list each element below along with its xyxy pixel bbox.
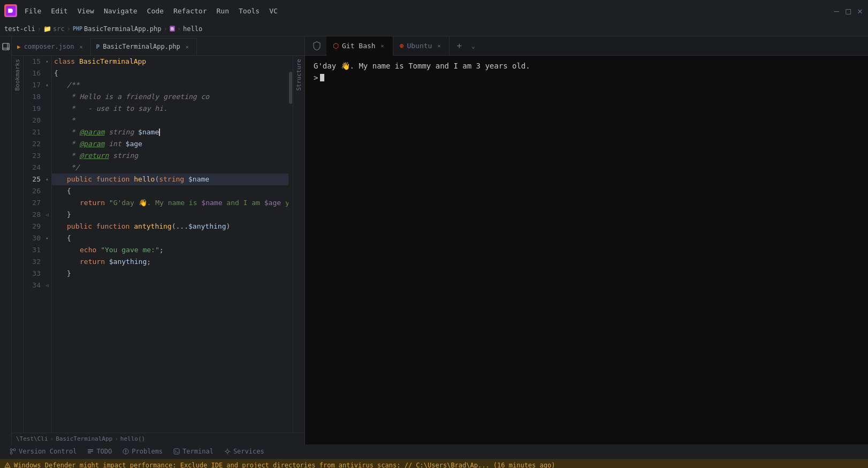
- code-line-24: */: [52, 162, 288, 173]
- code-line-26: {: [52, 185, 288, 197]
- terminal-output: G'day 👋. My name is Tommy and I am 3 yea…: [314, 60, 859, 72]
- gutter-19: 19: [24, 103, 51, 115]
- warning-message: Windows Defender might impact performanc…: [14, 462, 555, 468]
- breadcrumb-hello-label: hello: [183, 25, 202, 33]
- menu-vc[interactable]: VC: [265, 5, 282, 17]
- breadcrumb-sep1: ›: [37, 25, 41, 33]
- menu-code[interactable]: Code: [143, 5, 168, 17]
- terminal-panel: ⬡ Git Bash ✕ ⊛ Ubuntu ✕ + ⌄ G'day 👋. My …: [305, 36, 868, 444]
- menu-file[interactable]: File: [20, 5, 45, 17]
- menu-view[interactable]: View: [73, 5, 98, 17]
- svg-point-6: [13, 449, 16, 451]
- menu-navigate[interactable]: Navigate: [100, 5, 142, 17]
- breadcrumb-sep4: ›: [177, 25, 181, 33]
- list-icon: [87, 448, 94, 455]
- terminal-tab-git-bash[interactable]: ⬡ Git Bash ✕: [326, 36, 393, 56]
- tab-composer-json[interactable]: ▶ composer.json ✕: [12, 38, 91, 55]
- tab-terminal[interactable]: Terminal: [168, 445, 219, 459]
- code-line-30: public function antything(...$anything): [52, 221, 288, 232]
- breadcrumb-hello[interactable]: hello: [183, 25, 202, 33]
- code-content[interactable]: class BasicTerminalApp { /** * Hello is …: [52, 56, 288, 433]
- fold-17[interactable]: ▾: [43, 81, 51, 89]
- svg-rect-8: [88, 451, 93, 452]
- breadcrumb-m[interactable]: m: [170, 26, 175, 32]
- minimize-button[interactable]: —: [833, 7, 840, 14]
- terminal-body[interactable]: G'day 👋. My name is Tommy and I am 3 yea…: [305, 56, 868, 444]
- svg-point-12: [126, 452, 126, 453]
- breadcrumb-src[interactable]: 📁 src: [43, 25, 65, 33]
- terminal-more-button[interactable]: ⌄: [467, 40, 479, 52]
- bottom-breadcrumb-method[interactable]: hello(): [120, 435, 145, 442]
- terminal-tab-ubuntu[interactable]: ⊛ Ubuntu ✕: [393, 36, 450, 56]
- sidebar-item-bookmarks[interactable]: Bookmarks: [12, 56, 23, 94]
- tab-todo[interactable]: TODO: [82, 445, 117, 459]
- code-line-34: }: [52, 268, 288, 280]
- breadcrumb-sep3: ›: [164, 25, 167, 33]
- editor-bottom-bar: \Test\Cli › BasicTerminalApp › hello(): [12, 433, 304, 444]
- breadcrumb-file[interactable]: PHP BasicTerminalApp.php: [73, 25, 162, 33]
- tab-php-close[interactable]: ✕: [184, 43, 191, 50]
- bottom-breadcrumb-class[interactable]: BasicTerminalApp: [56, 435, 112, 442]
- menu-tools[interactable]: Tools: [234, 5, 264, 17]
- terminal-cursor: [320, 74, 324, 81]
- gutter-27: 27: [24, 197, 51, 209]
- menu-refactor[interactable]: Refactor: [169, 5, 211, 17]
- bookmarks-panel: Bookmarks: [12, 56, 24, 433]
- svg-point-5: [10, 452, 12, 454]
- tab-services[interactable]: Services: [219, 445, 270, 459]
- code-line-19: * - use it to say hi.: [52, 103, 288, 115]
- scrollbar[interactable]: [288, 56, 293, 433]
- fold-30[interactable]: ▾: [43, 234, 51, 243]
- gutter-31: 31: [24, 244, 51, 256]
- terminal-tab-git-bash-close[interactable]: ✕: [379, 42, 386, 50]
- gutter-29: 29: [24, 221, 51, 232]
- scrollbar-thumb[interactable]: [289, 72, 292, 104]
- code-line-31: {: [52, 232, 288, 244]
- gutter-28: 28 ◁: [24, 209, 51, 221]
- tab-problems[interactable]: Problems: [117, 445, 168, 459]
- maximize-button[interactable]: □: [844, 7, 852, 14]
- terminal-icon: [173, 448, 180, 455]
- terminal-tab-ubuntu-close[interactable]: ✕: [435, 42, 443, 50]
- structure-panel: Structure: [293, 56, 304, 433]
- svg-rect-9: [88, 452, 91, 454]
- git-icon: [10, 448, 16, 455]
- terminal-shield-icon: [309, 36, 324, 56]
- menu-run[interactable]: Run: [212, 5, 233, 17]
- svg-point-17: [7, 466, 7, 467]
- gutter-22: 22: [24, 138, 51, 150]
- bottom-breadcrumb-test-cli[interactable]: \Test\Cli: [16, 435, 48, 442]
- warning-bar: Windows Defender might impact performanc…: [0, 459, 868, 468]
- tab-version-control[interactable]: Version Control: [4, 445, 82, 459]
- gutter-23: 23: [24, 150, 51, 162]
- sidebar-item-structure[interactable]: Structure: [293, 56, 304, 94]
- terminal-tab-ubuntu-label: Ubuntu: [407, 42, 432, 50]
- code-line-27: return "G'day 👋. My name is $name and I …: [52, 197, 288, 209]
- gutter-33: 33: [24, 268, 51, 280]
- fold-25[interactable]: ▾: [43, 175, 51, 184]
- menu-edit[interactable]: Edit: [47, 5, 72, 17]
- terminal-add-button[interactable]: +: [452, 39, 467, 54]
- breadcrumb-testcli[interactable]: test-cli: [4, 25, 35, 33]
- fold-15[interactable]: ▾: [43, 57, 51, 66]
- terminal-prompt-symbol: >: [314, 72, 318, 84]
- main-layout: ▶ composer.json ✕ P BasicTerminalApp.php…: [0, 36, 868, 444]
- code-editor[interactable]: 15 ▾ 16 17 ▾ 18: [24, 56, 293, 433]
- code-line-22: * @param int $age: [52, 138, 288, 150]
- tab-version-control-label: Version Control: [19, 448, 77, 455]
- line-numbers-gutter: 15 ▾ 16 17 ▾ 18: [24, 56, 52, 433]
- services-icon: [224, 448, 231, 455]
- editor-panel: ▶ composer.json ✕ P BasicTerminalApp.php…: [12, 36, 305, 444]
- sidebar-item-project[interactable]: [0, 39, 12, 55]
- tab-basicterminalpapp-php[interactable]: P BasicTerminalApp.php ✕: [91, 38, 197, 55]
- code-line-16: {: [52, 67, 288, 79]
- gutter-24: 24: [24, 162, 51, 173]
- close-button[interactable]: ✕: [856, 7, 864, 14]
- tab-composer-close[interactable]: ✕: [78, 43, 85, 50]
- tab-todo-label: TODO: [96, 448, 112, 455]
- code-line-20: *: [52, 115, 288, 126]
- breadcrumb-src-label: src: [53, 25, 65, 33]
- code-line-23: * @return string: [52, 150, 288, 162]
- fold-28[interactable]: ◁: [43, 210, 51, 219]
- code-line-33: return $anything;: [52, 256, 288, 268]
